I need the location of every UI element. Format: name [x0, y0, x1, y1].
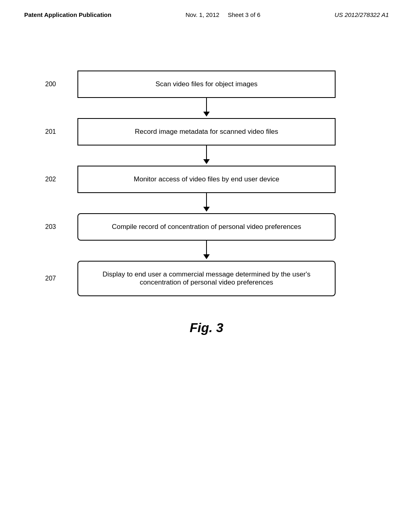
publication-label: Patent Application Publication: [24, 11, 111, 18]
flow-item-201: 201 Record image metadata for scanned vi…: [77, 118, 336, 145]
date-label: Nov. 1, 2012: [186, 11, 219, 18]
page-header: Patent Application Publication Nov. 1, 2…: [0, 0, 413, 18]
flow-box-202: Monitor access of video files by end use…: [77, 166, 336, 193]
flow-item-200: 200 Scan video files for object images: [77, 71, 336, 98]
step-label-202: 202: [45, 176, 56, 183]
flow-box-201: Record image metadata for scanned video …: [77, 118, 336, 145]
step-label-201: 201: [45, 128, 56, 135]
step-text-201: Record image metadata for scanned video …: [135, 128, 278, 135]
flow-box-203: Compile record of concentration of perso…: [77, 213, 336, 241]
step-text-200: Scan video files for object images: [155, 80, 257, 88]
flow-item-203: 203 Compile record of concentration of p…: [77, 213, 336, 241]
step-text-207: Display to end user a commercial message…: [102, 270, 310, 286]
step-label-200: 200: [45, 81, 56, 88]
sheet-label: Sheet 3 of 6: [228, 11, 261, 18]
flow-item-207: 207 Display to end user a commercial mes…: [77, 261, 336, 296]
date-sheet-label: Nov. 1, 2012 Sheet 3 of 6: [186, 11, 261, 18]
step-label-203: 203: [45, 223, 56, 231]
figure-label: Fig. 3: [0, 320, 413, 335]
flow-box-200: Scan video files for object images: [77, 71, 336, 98]
flow-item-202: 202 Monitor access of video files by end…: [77, 166, 336, 193]
flow-diagram: 200 Scan video files for object images 2…: [0, 71, 413, 296]
flow-box-207: Display to end user a commercial message…: [77, 261, 336, 296]
step-text-202: Monitor access of video files by end use…: [134, 175, 280, 183]
step-text-203: Compile record of concentration of perso…: [112, 223, 301, 231]
step-label-207: 207: [45, 275, 56, 282]
patent-number-label: US 2012/278322 A1: [334, 11, 389, 18]
